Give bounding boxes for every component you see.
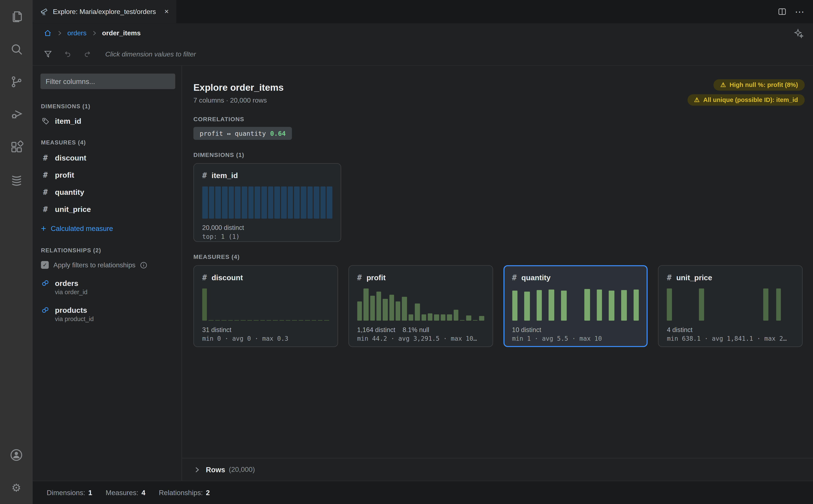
stats-line: min 0 · avg 0 · max 0.3 [202,335,329,342]
explore-main: ⚠ High null %: profit (8%) ⚠ All unique … [182,66,813,481]
database-icon[interactable] [0,163,33,196]
distinct-count: 1,164 distinct [357,326,395,334]
relationship-orders[interactable]: orders via order_id [33,279,181,296]
numeric-hash-icon: # [41,170,50,180]
calculated-measure-button[interactable]: + Calculated measure [41,224,173,233]
tag-icon [41,117,50,125]
distinct-count: 4 distinct [667,326,693,334]
numeric-hash-icon: # [202,273,207,282]
sidebar-measures-header: MEASURES (4) [41,139,173,146]
warnings: ⚠ High null %: profit (8%) ⚠ All unique … [687,79,805,106]
warning-icon: ⚠ [720,81,726,88]
stats-line: min 638.1 · avg 1,841.1 · max 2… [667,335,794,342]
tab-close-icon[interactable]: ✕ [164,8,169,15]
relationship-products[interactable]: products via product_id [33,306,181,323]
correlations-header: CORRELATIONS [193,116,803,122]
sparkles-icon[interactable] [793,28,804,38]
breadcrumb: orders order_items [33,23,813,43]
numeric-hash-icon: # [512,273,517,282]
home-icon[interactable] [44,29,52,37]
numeric-hash-icon: # [667,273,672,282]
apply-filters-checkbox[interactable]: ✓ [41,261,49,269]
breadcrumb-current: order_items [102,29,140,37]
column-card-profit[interactable]: # profit 1,164 distinct 8.1% null min 44… [348,265,493,347]
sidebar-item-unit-price[interactable]: # unit_price [33,205,181,214]
columns-sidebar: Filter columns... DIMENSIONS (1) item_id… [33,66,182,481]
chevron-right-icon [91,30,97,36]
filter-hint-text: Click dimension values to filter [105,50,196,58]
sidebar-item-profit[interactable]: # profit [33,170,181,180]
activity-bar: ⚙ [0,0,33,504]
more-actions-icon[interactable]: ⋯ [795,7,805,16]
redo-icon[interactable] [83,49,92,58]
app-window: ⚙ Explore: Maria/explore_test/orders ✕ ⋯… [0,0,813,504]
status-dimensions: Dimensions: 1 [47,489,92,497]
column-card-unit-price[interactable]: # unit_price 4 distinct min 638.1 · avg … [658,265,803,347]
stats-line: min 44.2 · avg 3,291.5 · max 10… [357,335,484,342]
extensions-icon[interactable] [0,130,33,163]
plus-icon: + [41,224,46,233]
explorer-icon[interactable] [0,0,33,33]
column-card-discount[interactable]: # discount 31 distinct min 0 · avg 0 · m… [193,265,338,347]
filter-bar: Click dimension values to filter [33,43,813,66]
undo-icon[interactable] [63,49,72,58]
warning-badge-high-null[interactable]: ⚠ High null %: profit (8%) [714,79,805,91]
link-icon [41,279,50,288]
numeric-hash-icon: # [41,153,50,163]
null-percent: 8.1% null [402,326,429,334]
column-card-quantity[interactable]: # quantity 10 distinct min 1 · avg 5.5 ·… [503,265,648,347]
quantity-histogram[interactable] [512,288,639,321]
split-editor-icon[interactable] [778,7,787,16]
sidebar-item-item-id[interactable]: item_id [33,117,181,125]
distinct-count: 20,000 distinct [202,224,244,231]
settings-gear-icon[interactable]: ⚙ [0,471,33,504]
distinct-count: 10 distinct [512,326,541,334]
explore-tab[interactable]: Explore: Maria/explore_test/orders ✕ [33,0,176,23]
dimensions-section-header: DIMENSIONS (1) [193,152,803,158]
filter-columns-placeholder: Filter columns... [46,77,95,85]
item-id-histogram[interactable] [202,187,332,219]
sidebar-item-discount[interactable]: # discount [33,153,181,163]
numeric-hash-icon: # [357,273,362,282]
telescope-icon [40,8,48,16]
apply-filters-row: ✓ Apply filters to relationships [41,261,173,269]
search-icon[interactable] [0,33,33,65]
apply-filters-label: Apply filters to relationships [53,261,135,269]
source-control-icon[interactable] [0,65,33,98]
run-debug-icon[interactable] [0,98,33,130]
link-icon [41,306,50,314]
column-card-item-id[interactable]: # item_id 20,000 distinct top: 1 (1) [193,163,341,242]
account-icon[interactable] [0,439,33,471]
warning-icon: ⚠ [694,96,700,104]
numeric-hash-icon: # [41,188,50,197]
numeric-hash-icon: # [41,205,50,214]
status-measures: Measures: 4 [106,489,145,497]
measures-section-header: MEASURES (4) [193,254,803,260]
profit-histogram[interactable] [357,288,484,321]
info-icon[interactable] [140,261,147,269]
status-relationships: Relationships: 2 [159,489,210,497]
numeric-hash-icon: # [202,171,207,180]
warning-badge-all-unique[interactable]: ⚠ All unique (possible ID): item_id [687,94,805,106]
rows-count: (20,000) [229,466,255,474]
filter-columns-input[interactable]: Filter columns... [40,74,175,89]
breadcrumb-orders-link[interactable]: orders [67,29,86,37]
relationship-via: via product_id [55,315,173,323]
stats-line: top: 1 (1) [202,233,332,240]
sidebar-relationships-header: RELATIONSHIPS (2) [41,247,173,253]
rows-expander[interactable]: Rows (20,000) [182,458,813,481]
chevron-right-icon [193,466,200,473]
sidebar-item-quantity[interactable]: # quantity [33,188,181,197]
distinct-count: 31 distinct [202,326,232,334]
correlation-chip[interactable]: profit ↔ quantity 0.64 [193,127,292,140]
unit-price-histogram[interactable] [667,288,794,321]
filter-funnel-icon[interactable] [44,49,52,58]
status-bar: Dimensions: 1 Measures: 4 Relationships:… [33,481,813,504]
correlation-value: 0.64 [270,129,286,137]
discount-histogram[interactable] [202,288,329,321]
relationship-via: via order_id [55,288,173,296]
sidebar-dimensions-header: DIMENSIONS (1) [41,103,173,109]
chevron-right-icon [56,30,63,36]
tab-title: Explore: Maria/explore_test/orders [53,8,156,16]
stats-line: min 1 · avg 5.5 · max 10 [512,335,639,342]
